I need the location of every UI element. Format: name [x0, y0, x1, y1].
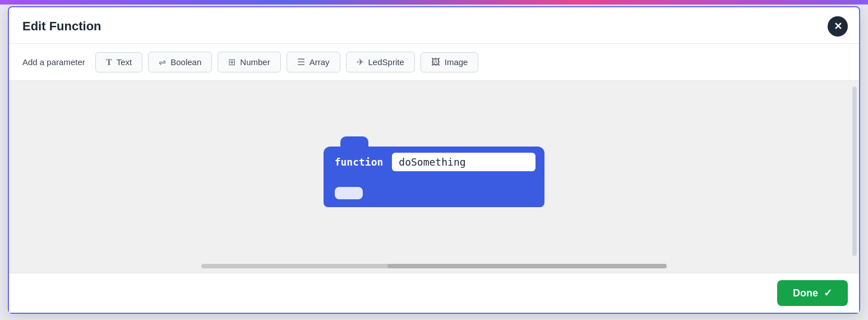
vertical-scrollbar[interactable]: [852, 86, 857, 256]
function-block: function: [324, 147, 545, 207]
number-param-label: Number: [240, 57, 270, 67]
array-param-button[interactable]: ☰ Array: [287, 52, 340, 72]
function-canvas: function: [9, 81, 859, 273]
modal-overlay: Edit Function ✕ Add a parameter 𝐓 Text ⇌…: [0, 0, 868, 320]
modal-title: Edit Function: [22, 19, 101, 34]
function-name-input[interactable]: [392, 153, 535, 171]
done-button[interactable]: Done ✓: [777, 280, 848, 306]
edit-function-modal: Edit Function ✕ Add a parameter 𝐓 Text ⇌…: [8, 6, 860, 314]
text-icon: 𝐓: [106, 57, 112, 67]
horizontal-scrollbar-thumb[interactable]: [387, 264, 667, 268]
close-icon: ✕: [834, 20, 842, 33]
parameter-toolbar: Add a parameter 𝐓 Text ⇌ Boolean ⊞ Numbe…: [9, 44, 859, 81]
modal-header: Edit Function ✕: [9, 7, 859, 44]
image-icon: 🖼: [431, 57, 440, 67]
number-param-button[interactable]: ⊞ Number: [218, 52, 280, 72]
function-keyword: function: [324, 148, 393, 176]
boolean-param-label: Boolean: [170, 57, 201, 67]
image-param-button[interactable]: 🖼 Image: [421, 52, 479, 72]
check-icon: ✓: [824, 287, 832, 299]
boolean-icon: ⇌: [159, 57, 166, 67]
function-block-bottom: [324, 177, 545, 207]
ledsprite-icon: ✈: [357, 57, 364, 67]
array-param-label: Array: [310, 57, 330, 67]
text-param-label: Text: [117, 57, 132, 67]
ledsprite-param-label: LedSprite: [368, 57, 404, 67]
boolean-param-button[interactable]: ⇌ Boolean: [148, 52, 212, 72]
done-label: Done: [793, 287, 818, 299]
horizontal-scrollbar[interactable]: [201, 264, 667, 268]
modal-footer: Done ✓: [9, 273, 859, 313]
number-icon: ⊞: [228, 57, 236, 67]
add-parameter-label: Add a parameter: [22, 57, 85, 67]
text-param-button[interactable]: 𝐓 Text: [95, 52, 143, 72]
function-block-top: function: [324, 147, 545, 177]
image-param-label: Image: [445, 57, 468, 67]
ledsprite-param-button[interactable]: ✈ LedSprite: [346, 52, 415, 72]
array-icon: ☰: [297, 57, 305, 67]
close-button[interactable]: ✕: [828, 16, 848, 36]
